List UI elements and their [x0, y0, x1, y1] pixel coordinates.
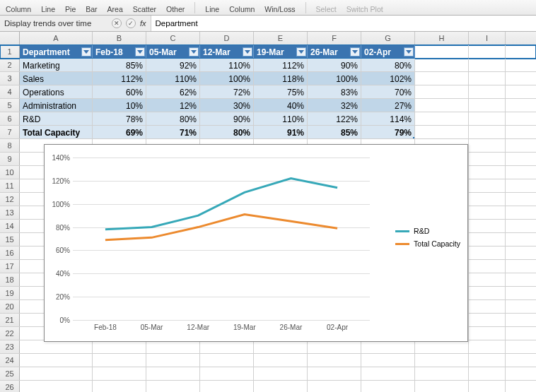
row-header[interactable]: 16: [0, 247, 20, 259]
empty-cell[interactable]: [415, 72, 469, 85]
empty-cell[interactable]: [254, 340, 308, 353]
ribbon-pie[interactable]: Pie: [65, 5, 76, 13]
column-header[interactable]: E: [254, 32, 308, 44]
empty-cell[interactable]: [469, 72, 506, 85]
table-header-cell[interactable]: 12-Mar: [200, 45, 254, 58]
empty-cell[interactable]: [469, 45, 506, 58]
row-header[interactable]: 21: [0, 314, 20, 326]
table-header-cell[interactable]: 19-Mar: [254, 45, 308, 58]
table-data-cell[interactable]: 110%: [146, 72, 200, 85]
filter-dropdown-icon[interactable]: [81, 47, 91, 57]
table-total-cell[interactable]: 85%: [308, 126, 361, 138]
empty-cell[interactable]: [361, 367, 415, 380]
formula-bar[interactable]: Department: [151, 16, 536, 31]
table-data-cell[interactable]: 12%: [146, 99, 200, 112]
table-row-label[interactable]: Marketing: [20, 59, 93, 71]
empty-cell[interactable]: [308, 367, 361, 380]
table-data-cell[interactable]: 118%: [254, 72, 308, 85]
row-header[interactable]: 2: [0, 59, 20, 71]
column-header[interactable]: F: [308, 32, 361, 44]
empty-cell[interactable]: [93, 340, 146, 353]
empty-cell[interactable]: [308, 381, 361, 392]
table-data-cell[interactable]: 70%: [361, 85, 415, 98]
fx-icon[interactable]: fx: [140, 19, 146, 28]
filter-dropdown-icon[interactable]: [350, 47, 360, 57]
table-total-label[interactable]: Total Capacity: [20, 126, 93, 138]
table-data-cell[interactable]: 85%: [93, 59, 146, 71]
row-header[interactable]: 13: [0, 206, 20, 219]
table-header-cell[interactable]: 02-Apr: [361, 45, 415, 58]
empty-cell[interactable]: [469, 260, 506, 273]
row-header[interactable]: 23: [0, 340, 20, 353]
table-data-cell[interactable]: 40%: [254, 99, 308, 112]
empty-cell[interactable]: [415, 85, 469, 98]
empty-cell[interactable]: [469, 126, 506, 138]
table-data-cell[interactable]: 75%: [254, 85, 308, 98]
empty-cell[interactable]: [469, 273, 506, 286]
ribbon-switch-plot[interactable]: Switch Plot: [346, 5, 383, 13]
row-header[interactable]: 10: [0, 166, 20, 179]
ribbon-other[interactable]: Other: [166, 5, 185, 13]
empty-cell[interactable]: [361, 354, 415, 367]
empty-cell[interactable]: [254, 367, 308, 380]
empty-cell[interactable]: [469, 139, 506, 152]
select-all-corner[interactable]: [0, 32, 20, 44]
empty-cell[interactable]: [415, 45, 469, 58]
column-header[interactable]: B: [93, 32, 146, 44]
row-header[interactable]: 14: [0, 220, 20, 232]
row-header[interactable]: 12: [0, 193, 20, 206]
empty-cell[interactable]: [469, 206, 506, 219]
column-header[interactable]: H: [415, 32, 469, 44]
empty-cell[interactable]: [469, 367, 506, 380]
table-data-cell[interactable]: 78%: [93, 112, 146, 125]
table-data-cell[interactable]: 72%: [200, 85, 254, 98]
table-data-cell[interactable]: 112%: [93, 72, 146, 85]
table-total-cell[interactable]: 69%: [93, 126, 146, 138]
table-data-cell[interactable]: 100%: [200, 72, 254, 85]
empty-cell[interactable]: [469, 300, 506, 313]
empty-cell[interactable]: [415, 354, 469, 367]
row-header[interactable]: 17: [0, 260, 20, 273]
row-header[interactable]: 5: [0, 99, 20, 112]
empty-cell[interactable]: [415, 381, 469, 392]
filter-dropdown-icon[interactable]: [404, 47, 414, 57]
filter-dropdown-icon[interactable]: [135, 47, 145, 57]
empty-cell[interactable]: [308, 340, 361, 353]
row-header[interactable]: 6: [0, 112, 20, 125]
table-data-cell[interactable]: 30%: [200, 99, 254, 112]
ribbon-bar[interactable]: Bar: [86, 5, 97, 13]
empty-cell[interactable]: [20, 381, 93, 392]
filter-dropdown-icon[interactable]: [296, 47, 306, 57]
empty-cell[interactable]: [469, 166, 506, 179]
row-header[interactable]: 8: [0, 139, 20, 152]
table-data-cell[interactable]: 83%: [308, 85, 361, 98]
row-header[interactable]: 20: [0, 300, 20, 313]
empty-cell[interactable]: [469, 179, 506, 192]
table-data-cell[interactable]: 92%: [146, 59, 200, 71]
ribbon-scatter[interactable]: Scatter: [133, 5, 156, 13]
table-data-cell[interactable]: 102%: [361, 72, 415, 85]
empty-cell[interactable]: [361, 340, 415, 353]
empty-cell[interactable]: [469, 233, 506, 246]
row-header[interactable]: 4: [0, 85, 20, 98]
empty-cell[interactable]: [415, 99, 469, 112]
empty-cell[interactable]: [93, 381, 146, 392]
empty-cell[interactable]: [415, 112, 469, 125]
row-header[interactable]: 3: [0, 72, 20, 85]
empty-cell[interactable]: [20, 354, 93, 367]
empty-cell[interactable]: [146, 367, 200, 380]
table-header-cell[interactable]: Feb-18: [93, 45, 146, 58]
row-header[interactable]: 26: [0, 381, 20, 392]
empty-cell[interactable]: [469, 193, 506, 206]
table-data-cell[interactable]: 122%: [308, 112, 361, 125]
empty-cell[interactable]: [93, 367, 146, 380]
empty-cell[interactable]: [200, 340, 254, 353]
table-data-cell[interactable]: 110%: [200, 59, 254, 71]
empty-cell[interactable]: [469, 354, 506, 367]
column-header[interactable]: D: [200, 32, 254, 44]
row-header[interactable]: 25: [0, 367, 20, 380]
ribbon-line[interactable]: Line: [41, 5, 55, 13]
empty-cell[interactable]: [146, 340, 200, 353]
empty-cell[interactable]: [20, 340, 93, 353]
empty-cell[interactable]: [415, 340, 469, 353]
